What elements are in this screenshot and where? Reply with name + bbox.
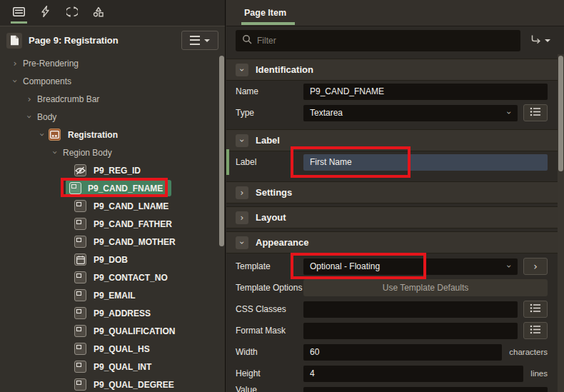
tree-node-p9-address[interactable]: P9_ADDRESS [0,304,225,322]
tree-node-label: P9_CAND_MOTHER [94,237,176,247]
collapse-chevron-icon[interactable]: › [236,134,248,147]
property-tab-strip: Page Item [226,0,564,26]
tree-node-label: Registration [68,130,118,140]
field-row-height: Height lines [226,363,558,384]
css-classes-quick-pick-button[interactable] [523,301,548,318]
tree-node-p9-qual-int[interactable]: P9_QUAL_INT [0,358,225,376]
field-label: CSS Classes [236,304,303,314]
textarea-item-icon [74,271,86,283]
name-input[interactable] [303,84,548,100]
goto-arrow-icon [530,34,542,47]
tree-node-label: P9_ADDRESS [94,308,151,318]
tab-processing[interactable] [59,0,85,26]
chevron-right-icon[interactable]: › [23,94,36,104]
type-quick-pick-button[interactable] [523,104,548,121]
textarea-item-icon [74,325,86,337]
filter-box[interactable] [236,30,520,51]
collapse-chevron-icon[interactable]: › [236,236,248,249]
field-row-format-mask: Format Mask [226,320,558,341]
tree-node-p9-qual-hs[interactable]: P9_QUAL_HS [0,340,225,358]
field-label: Value Placeholder [236,385,303,392]
tree-node-label: P9_EMAIL [94,291,136,301]
css-classes-input[interactable] [303,301,518,318]
section-label: › Label [226,129,558,151]
field-label: Type [236,108,303,118]
page-designer: Page 9: Registration › Pre-Rendering › C… [0,0,564,392]
tree-node-region-body[interactable]: › Region Body [0,144,225,161]
chevron-down-icon: › [505,265,515,268]
field-label: Template [236,261,303,271]
field-label: Template Options [236,283,303,293]
go-to-menu-button[interactable] [527,30,554,51]
chevron-down-icon[interactable]: › [24,111,35,124]
format-mask-quick-pick-button[interactable] [523,322,548,339]
chevron-down-icon [204,39,210,42]
section-title: Identification [256,64,313,75]
tree-node-p9-cand-mother[interactable]: P9_CAND_MOTHER [0,233,225,251]
property-list: › Identification Name Type Textarea › [226,54,558,392]
tree-node-p9-email[interactable]: P9_EMAIL [0,286,225,304]
page-menu-button[interactable] [181,31,218,50]
tab-dynamic-actions[interactable] [32,0,59,26]
width-input[interactable] [303,344,502,361]
template-drilldown-button[interactable]: › [523,258,548,275]
expand-chevron-icon[interactable]: › [236,186,248,199]
tree-node-pre-rendering[interactable]: › Pre-Rendering [0,54,225,72]
tree-node-p9-cand-fname-selected[interactable]: P9_CAND_FNAME [0,179,225,197]
tab-page-item[interactable]: Page Item [241,0,289,26]
section-appearance: › Appearance [226,231,558,253]
textarea-item-icon [74,307,86,319]
collapse-chevron-icon[interactable]: › [236,64,248,76]
tree-node-label: Region Body [63,148,112,158]
expand-chevron-icon[interactable]: › [236,211,248,224]
chevron-right-icon[interactable]: › [9,58,21,69]
format-mask-input[interactable] [303,323,518,339]
textarea-item-icon [74,343,86,355]
tree-scrollbar[interactable] [219,56,224,246]
tree-node-body[interactable]: › Body [0,108,225,126]
type-select[interactable]: Textarea › [303,105,518,121]
value-placeholder-input[interactable] [303,387,548,392]
calendar-item-icon [74,253,86,266]
template-select[interactable]: Optional - Floating › [303,258,518,275]
filter-input[interactable] [257,36,514,46]
tab-rendering[interactable] [6,0,32,26]
field-label: Label [236,157,303,167]
field-row-type: Type Textarea › [226,102,558,124]
width-unit-label: characters [509,348,548,356]
property-scrollbar-thumb[interactable] [558,56,563,171]
tree-node-registration-region[interactable]: › Registration [0,126,225,144]
tree-node-p9-contact-no[interactable]: P9_CONTACT_NO [0,268,225,286]
tree-node-label: P9_QUALIFICATION [94,326,175,336]
chevron-down-icon[interactable]: › [10,75,21,88]
tree-node-p9-qualification[interactable]: P9_QUALIFICATION [0,322,225,340]
hidden-item-eye-slash-icon [74,164,86,176]
tree-node-p9-qual-degree[interactable]: P9_QUAL_DEGREE [0,376,225,392]
field-label: Width [236,347,303,357]
field-row-value-placeholder: Value Placeholder [226,384,558,392]
tree-node-components[interactable]: › Components [0,72,225,90]
tree-node-breadcrumb-bar[interactable]: › Breadcrumb Bar [0,90,225,108]
chevron-down-icon: › [505,111,515,115]
region-icon [49,129,61,141]
textarea-item-icon [74,361,86,373]
section-identification: › Identification [226,59,558,81]
tree-node-p9-reg-id[interactable]: P9_REG_ID [0,161,225,179]
chevron-down-icon[interactable]: › [50,146,61,159]
tree-node-p9-cand-father[interactable]: P9_CAND_FATHER [0,215,225,233]
tab-shared-components[interactable] [85,0,111,26]
tree-node-p9-dob[interactable]: P9_DOB [0,251,225,268]
section-title: Settings [256,187,292,198]
tree-node-label: P9_DOB [94,255,128,265]
property-scrollbar-track[interactable] [558,54,564,392]
height-input[interactable] [303,366,523,382]
field-row-template-options: Template Options Use Template Defaults [226,277,558,298]
list-icon [530,106,541,119]
use-template-defaults-button[interactable]: Use Template Defaults [303,279,548,296]
property-editor-panel: Page Item › Identification [226,0,564,392]
label-input[interactable] [303,154,548,171]
chevron-down-icon[interactable]: › [37,129,48,141]
section-layout: › Layout [226,206,558,228]
tree-node-p9-cand-lname[interactable]: P9_CAND_LNAME [0,197,225,215]
field-row-css-classes: CSS Classes [226,298,558,320]
